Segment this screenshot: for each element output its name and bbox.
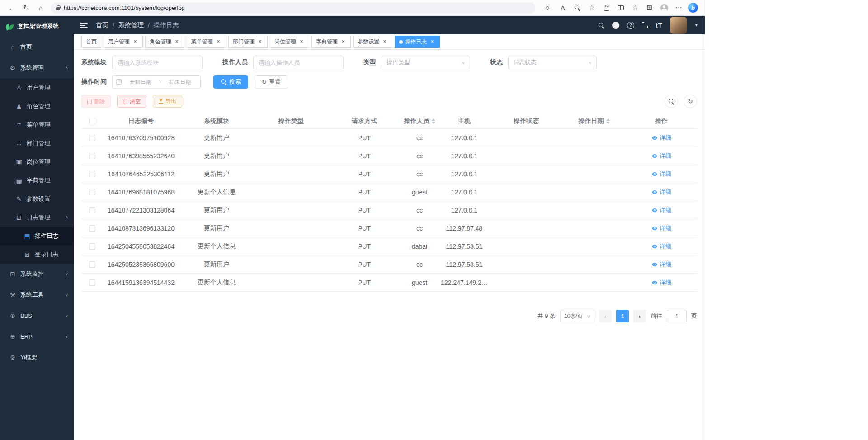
table-row[interactable]: 1642505235366809600 更新用户 PUT cc 112.97.5… [81,255,697,274]
browser-home-icon[interactable]: ⌂ [33,1,48,14]
sidebar-item-role[interactable]: ♟ 角色管理 [0,97,74,115]
sort-icon[interactable] [606,118,610,124]
detail-link[interactable]: 详细 [651,170,671,178]
collections-icon[interactable]: ⊞ [642,1,657,14]
tab-close-icon[interactable]: × [382,39,388,45]
sidebar-item-post[interactable]: ▣ 岗位管理 [0,152,74,171]
back-icon[interactable]: ← [5,1,19,14]
more-menu-icon[interactable]: ⋯ [671,1,686,14]
sort-icon[interactable] [432,118,435,124]
table-row[interactable]: 1644159136394514432 更新个人信息 PUT guest 122… [81,274,697,292]
sidebar-item-home[interactable]: ⌂ 首页 [0,37,74,57]
page-tab[interactable]: 参数设置 × [353,36,392,48]
page-tab[interactable]: 角色管理 × [145,36,184,48]
fullscreen-icon[interactable] [642,22,648,28]
delete-button[interactable]: 删除 [81,95,111,108]
sidebar-item-monitor[interactable]: ⊡ 系统监控 ∨ [0,264,74,284]
date-range-picker[interactable]: 开始日期 - 结束日期 [112,75,201,89]
page-tab[interactable]: 字典管理 × [311,36,351,48]
reset-button[interactable]: ↻ 重置 [255,75,288,89]
row-checkbox[interactable] [89,153,95,159]
reload-icon[interactable]: ↻ [19,1,33,14]
detail-link[interactable]: 详细 [651,206,671,214]
clear-button[interactable]: 清空 [117,95,146,108]
detail-link[interactable]: 详细 [651,188,671,196]
detail-link[interactable]: 详细 [651,224,671,232]
zoom-icon[interactable] [570,1,585,14]
type-select[interactable]: 操作类型 ∨ [382,56,470,69]
breadcrumb-home[interactable]: 首页 [96,21,108,29]
search-button[interactable]: 搜索 [213,75,248,89]
page-tab[interactable]: 首页 × [81,36,101,48]
sidebar-item-tools[interactable]: ⚒ 系统工具 ∨ [0,284,74,305]
password-key-icon[interactable] [541,1,556,14]
row-checkbox[interactable] [89,189,95,195]
page-tab[interactable]: 部门管理 × [228,36,268,48]
sidebar-item-user[interactable]: ♙ 用户管理 [0,78,74,97]
tab-close-icon[interactable]: × [132,39,138,45]
row-checkbox[interactable] [89,135,95,141]
github-icon[interactable] [612,22,619,29]
favorite-star-icon[interactable]: ☆ [585,1,599,14]
sidebar-toggle-icon[interactable] [80,23,88,28]
page-number-1[interactable]: 1 [616,310,629,322]
table-row[interactable]: 1641076968181075968 更新个人信息 PUT guest 127… [81,183,697,201]
goto-page-input[interactable] [667,310,687,322]
next-page-button[interactable]: › [633,310,646,322]
detail-link[interactable]: 详细 [651,134,671,142]
table-row[interactable]: 1641076465225306112 更新用户 PUT cc 127.0.0.… [81,165,697,183]
col-header-date[interactable]: 操作日期 [562,117,626,125]
page-size-select[interactable]: 10条/页 ∨ [560,310,594,322]
row-checkbox[interactable] [89,243,95,250]
page-tab[interactable]: 菜单管理 × [187,36,226,48]
operator-input[interactable] [253,56,344,69]
sidebar-item-erp[interactable]: ⊕ ERP ∨ [0,326,74,347]
page-tab[interactable]: 用户管理 × [104,36,143,48]
tab-close-icon[interactable]: × [429,39,435,45]
select-all-checkbox[interactable] [89,118,95,124]
status-select[interactable]: 日志状态 ∨ [508,56,597,69]
table-row[interactable]: 1641077221303128064 更新用户 PUT cc 127.0.0.… [81,201,697,219]
col-header-operator[interactable]: 操作人员 [401,117,439,125]
tab-close-icon[interactable]: × [174,39,180,45]
sidebar-item-dept[interactable]: ∴ 部门管理 [0,134,74,152]
sidebar-item-system[interactable]: ⚙ 系统管理 ∧ [0,57,74,78]
detail-link[interactable]: 详细 [651,260,671,269]
table-row[interactable]: 1641087313696133120 更新用户 PUT cc 112.97.8… [81,219,697,237]
page-tab[interactable]: 岗位管理 × [270,36,309,48]
favorites-bar-icon[interactable]: ☆ [628,1,642,14]
sidebar-item-loginlog[interactable]: ⊠ 登录日志 [0,245,74,264]
sidebar-item-dict[interactable]: ▤ 字典管理 [0,171,74,189]
help-icon[interactable]: ? [627,22,634,29]
row-checkbox[interactable] [89,171,95,177]
read-aloud-icon[interactable]: A [556,1,570,14]
extensions-icon[interactable] [599,1,613,14]
tab-close-icon[interactable]: × [257,39,263,45]
sidebar-item-log[interactable]: ⊞ 日志管理 ∧ [0,208,74,227]
show-search-button[interactable] [665,95,678,108]
profile-icon[interactable] [657,1,671,14]
sidebar-item-menu[interactable]: ≡ 菜单管理 [0,115,74,134]
tab-close-icon[interactable]: × [298,39,305,45]
font-size-icon[interactable]: tT [656,22,662,29]
page-tab[interactable]: 操作日志 × [395,36,440,48]
sidebar-item-param[interactable]: ✎ 参数设置 [0,189,74,208]
caret-down-icon[interactable]: ▾ [695,22,698,28]
search-icon[interactable] [598,22,604,28]
row-checkbox[interactable] [89,261,95,268]
address-bar[interactable]: https://ccnetcore.com:1101/system/log/op… [51,2,536,14]
detail-link[interactable]: 详细 [651,279,671,287]
module-input[interactable] [112,56,203,69]
breadcrumb-system[interactable]: 系统管理 [118,21,144,29]
table-row[interactable]: 1642504558053822464 更新个人信息 PUT dabai 112… [81,237,697,255]
sidebar-item-operlog[interactable]: ▤ 操作日志 [0,227,74,245]
detail-link[interactable]: 详细 [651,242,671,251]
tab-close-icon[interactable]: × [215,39,222,45]
tab-close-icon[interactable]: × [340,39,346,45]
detail-link[interactable]: 详细 [651,152,671,160]
row-checkbox[interactable] [89,207,95,213]
app-logo[interactable]: 意框架管理系统 [0,16,74,37]
refresh-table-button[interactable]: ↻ [684,95,697,108]
user-avatar[interactable] [670,17,687,34]
copilot-icon[interactable]: b [686,1,700,14]
